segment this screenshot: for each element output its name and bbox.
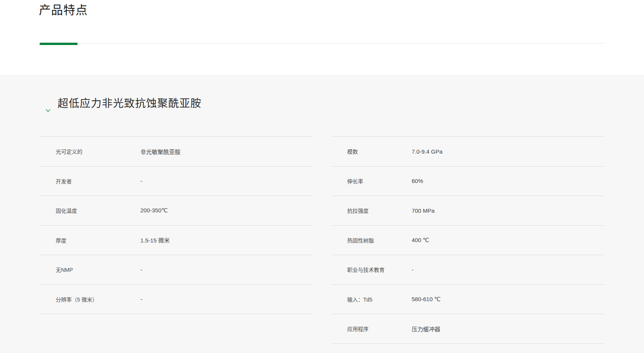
spec-tables: 光可定义的 非光敏聚酰亚胺 开发者 - 固化温度 200-350℃ 厚 <box>40 136 604 344</box>
spec-row: 输入：Td5 580-610 ℃ <box>332 285 604 314</box>
chevron-down-icon[interactable] <box>45 108 51 114</box>
product-features-section: 超低应力非光致抗蚀聚酰亚胺 光可定义的 非光敏聚酰亚胺 开发者 - <box>0 75 644 353</box>
spec-row: 热固性树脂 400 ℃ <box>332 226 604 255</box>
spec-label: 光可定义的 <box>56 148 140 155</box>
spec-value: 400 ℃ <box>412 237 429 244</box>
spec-row: 职业与技术教育 - <box>332 255 604 285</box>
spec-label: 开发者 <box>56 177 140 185</box>
spec-label: 无NMP <box>56 266 140 273</box>
spec-label: 模数 <box>347 148 412 155</box>
title-divider <box>40 43 604 45</box>
spec-value: 7.0-9.4 GPa <box>412 148 443 155</box>
spec-row: 应用程序 压力缓冲器 <box>332 314 604 344</box>
title-accent-bar <box>40 43 77 45</box>
spec-row: 厚度 1.5-15 微米 <box>40 226 312 255</box>
spec-label: 热固性树脂 <box>347 236 412 244</box>
spec-value: 700 MPa <box>412 207 435 214</box>
spec-value: - <box>140 266 142 273</box>
spec-row: 光可定义的 非光敏聚酰亚胺 <box>40 137 312 167</box>
spec-value: - <box>140 178 142 184</box>
spec-label: 固化温度 <box>56 207 140 214</box>
spec-value: 1.5-15 微米 <box>140 236 170 244</box>
spec-value: 580-610 ℃ <box>412 296 441 303</box>
page-header: 产品特点 <box>0 0 644 75</box>
section-title: 超低应力非光致抗蚀聚酰亚胺 <box>58 97 201 111</box>
page-title: 产品特点 <box>39 2 644 18</box>
spec-label: 伸长率 <box>347 177 412 185</box>
spec-value: 60% <box>412 178 423 184</box>
spec-label: 分辨率（5 微米） <box>56 295 140 303</box>
spec-label: 厚度 <box>56 236 140 244</box>
spec-value: 非光敏聚酰亚胺 <box>140 148 180 156</box>
spec-value: 200-350℃ <box>140 207 168 214</box>
spec-row: 分辨率（5 微米） - <box>40 285 312 314</box>
spec-row: 伸长率 60% <box>332 167 604 196</box>
spec-label: 抗拉强度 <box>347 207 412 214</box>
spec-label: 职业与技术教育 <box>347 266 412 273</box>
spec-table-left: 光可定义的 非光敏聚酰亚胺 开发者 - 固化温度 200-350℃ 厚 <box>40 136 312 314</box>
spec-table-right: 模数 7.0-9.4 GPa 伸长率 60% 抗拉强度 700 MPa <box>332 136 604 344</box>
spec-value: 压力缓冲器 <box>412 325 440 333</box>
spec-value: - <box>412 266 414 273</box>
spec-row: 模数 7.0-9.4 GPa <box>332 137 604 167</box>
spec-row: 无NMP - <box>40 255 312 285</box>
spec-row: 开发者 - <box>40 167 312 196</box>
section-toggle[interactable]: 超低应力非光致抗蚀聚酰亚胺 <box>45 75 201 111</box>
spec-label: 应用程序 <box>347 325 412 332</box>
spec-row: 抗拉强度 700 MPa <box>332 196 604 226</box>
spec-label: 输入：Td5 <box>347 295 412 303</box>
spec-value: - <box>140 296 142 302</box>
product-detail-page: 产品特点 超低应力非光致抗蚀聚酰亚胺 光可定义的 非光敏聚酰亚胺 <box>0 0 644 353</box>
spec-row: 固化温度 200-350℃ <box>40 196 312 226</box>
